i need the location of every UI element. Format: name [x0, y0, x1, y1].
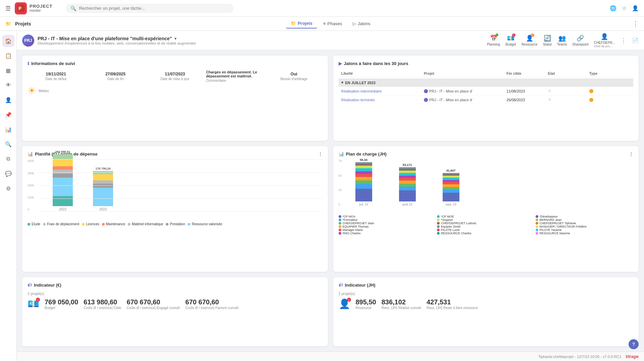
ws2-4	[443, 184, 459, 187]
legend-dot-etude	[28, 223, 30, 226]
tab-projets-icon: 📁	[291, 21, 296, 26]
legend-maintenance: Maintenance	[102, 222, 125, 226]
ressource-icon: 👤 !	[526, 35, 533, 42]
milestone-row-1: Réalisation intermédiaire PRJ - IT - Mis…	[339, 87, 634, 96]
search-input[interactable]	[79, 6, 229, 11]
globe-icon[interactable]: 🌐	[610, 5, 616, 11]
bar-seg-fdp-22	[53, 154, 73, 159]
indicator-jh-card: 🏷 Indicateur (JH) 2 projet(s) 👤 ! 895,50…	[333, 277, 639, 346]
help-button[interactable]: ?	[629, 339, 639, 349]
user-account-icon[interactable]: 👤	[632, 5, 639, 11]
workload-chart-more-icon[interactable]: ⋮	[629, 152, 633, 157]
sidebar-item-grid[interactable]: ▦	[2, 64, 14, 76]
sidebar-item-msg[interactable]: 💬	[2, 168, 14, 180]
wl-dot-7	[437, 215, 440, 218]
secondary-navigation: 📁 Projets 📁 Projets ≡ Phases ▷ Jalons ⋮	[0, 17, 644, 31]
info-grid: 19/11/2021 Date de début 27/09/2025 Date…	[28, 70, 323, 82]
meteo-sun-icon: ☀	[28, 85, 36, 96]
sidebar-item-user[interactable]: 👤	[2, 94, 14, 106]
sidebar-item-home[interactable]: 🏠	[2, 35, 14, 47]
action-chefdepr[interactable]: 👤 CHEFDEPR... Chef de pro...	[594, 33, 615, 48]
project-more-icon[interactable]: ⋮	[621, 37, 627, 44]
legend-etude: Etude	[28, 222, 40, 226]
app-name: PROJECT monitor	[30, 4, 52, 13]
legend-dot-ressource	[188, 223, 190, 226]
legend-fdp: Frais de déplacement	[43, 222, 79, 226]
ind-val-facture: 670 670,60 Coûts (€ / exercice) Facturé …	[185, 298, 238, 310]
milestones-title: ▶ Jalons à faire dans les 30 jours	[339, 61, 634, 66]
legend-ressource: Ressource valorisée	[188, 222, 222, 226]
search-icon: 🔍	[70, 6, 76, 11]
wl-dot-6	[339, 232, 341, 235]
sidebar-item-list[interactable]: 📋	[2, 50, 14, 62]
milestone-name-1[interactable]: Réalisation intermédiaire	[341, 89, 424, 93]
info-commentaire: Charges en dépassement. Le dépassement e…	[206, 70, 263, 82]
sidebar-item-search[interactable]: 🔍	[2, 138, 14, 150]
budget-badge: !	[36, 298, 40, 302]
sidebar-item-pin[interactable]: 📌	[2, 109, 14, 121]
ws-6	[355, 171, 372, 174]
workload-stack-aug	[399, 167, 416, 201]
action-sharepoint[interactable]: 🔗 Sharepoint	[572, 35, 588, 46]
meteo-area: ☀ Météo	[28, 85, 323, 96]
wl-chef-jean: CHEFDEPROJET Jean	[339, 222, 437, 225]
document-icon[interactable]: 📄	[632, 37, 639, 44]
wa-4	[399, 181, 416, 184]
app-logo: P	[15, 2, 27, 14]
wa-6	[399, 176, 416, 178]
budget-chart-card: 📊 Planifié (€) / poste de dépense ⋮ 400k…	[22, 146, 328, 272]
wl-pilote-lucie: PILOTE Lucie	[437, 228, 535, 232]
action-teams[interactable]: 👥 Teams	[557, 35, 567, 46]
ws-8	[355, 166, 372, 168]
sidebar-item-layers[interactable]: ⧉	[2, 153, 14, 165]
action-planning[interactable]: 📅 Planning	[487, 35, 500, 46]
wl-cp-moe: *CP MOE	[437, 215, 535, 218]
wl-ressource-maxime: RESSOURCE Maxime	[536, 232, 634, 235]
sidebar-item-gear[interactable]: ⚙	[2, 182, 14, 194]
nav-more-icon[interactable]: ⋮	[633, 20, 639, 27]
wl-dot-1	[339, 215, 341, 218]
action-budget[interactable]: 💶 ! Budget	[505, 35, 516, 46]
sidebar-item-eye[interactable]: 👁	[2, 79, 14, 91]
wa-7	[399, 173, 416, 176]
project-dropdown-icon[interactable]: ▾	[175, 36, 177, 41]
workload-chart-area: 75 50 25 0 59,34	[339, 159, 634, 213]
status-x-icon-1[interactable]: ✕	[548, 89, 589, 93]
status-dot-1	[589, 89, 593, 93]
budget-chart-more-icon[interactable]: ⋮	[318, 152, 323, 157]
star-icon[interactable]: ☆	[622, 5, 627, 11]
nav-tabs: 📁 Projets ≡ Phases ▷ Jalons	[286, 19, 375, 28]
workload-y-labels: 75 50 25 0	[339, 159, 342, 206]
hamburger-icon[interactable]: ☰	[5, 5, 11, 12]
ws2-5	[443, 182, 459, 184]
info-date-debut: 19/11/2021 Date de début	[28, 72, 84, 81]
tab-phases-icon: ≡	[323, 21, 326, 26]
tab-phases[interactable]: ≡ Phases	[318, 19, 347, 28]
wl-ressource-charles: RESSOURCE Charles	[437, 232, 535, 235]
status-x-icon-2[interactable]: ✕	[548, 98, 589, 102]
wl-dot-4	[339, 225, 341, 228]
top-navigation: ☰ P PROJECT monitor 🔍 🌐 ☆ 👤	[0, 0, 644, 17]
milestone-group-july[interactable]: ▾ EN JUILLET 2023	[339, 78, 634, 87]
wl-pmo-charles: PMO Charles	[339, 232, 437, 235]
workload-stack-jul	[355, 162, 372, 201]
tab-jalons[interactable]: ▷ Jalons	[348, 19, 375, 28]
milestone-name-2[interactable]: Réalisation terminée	[341, 98, 424, 102]
action-statut[interactable]: 🔄 Statut	[543, 35, 552, 46]
project-title: PRJ - IT - Mise en place d'une plateform…	[38, 36, 172, 41]
indicator-euro-icon: 🏷	[28, 283, 32, 288]
action-ressource[interactable]: 👤 ! Ressource	[522, 35, 538, 46]
wl-dot-10	[437, 225, 440, 228]
ws-2	[355, 184, 372, 189]
search-bar[interactable]: 🔍	[66, 4, 234, 13]
info-card-title: ℹ Informations de suivi	[28, 61, 323, 66]
ind-val-cible: 613 980,60 Coûts (€ / exercice) Cible	[84, 298, 121, 310]
sidebar-item-chart[interactable]: 📊	[2, 123, 14, 135]
tab-projets[interactable]: 📁 Projets	[286, 19, 317, 28]
wl-dot-5	[339, 229, 341, 231]
chevron-down-icon: ▾	[341, 80, 343, 85]
project-subtitle: Développement d'expériences à la fois mo…	[38, 41, 196, 45]
workload-legend-col2: *CP MOE *Support CHEFDEPROJET Ludovic Eq…	[437, 215, 535, 235]
budget-icon-area: 💶 !	[28, 298, 39, 309]
indicator-euro-projects: 2 projet(s)	[28, 292, 323, 296]
